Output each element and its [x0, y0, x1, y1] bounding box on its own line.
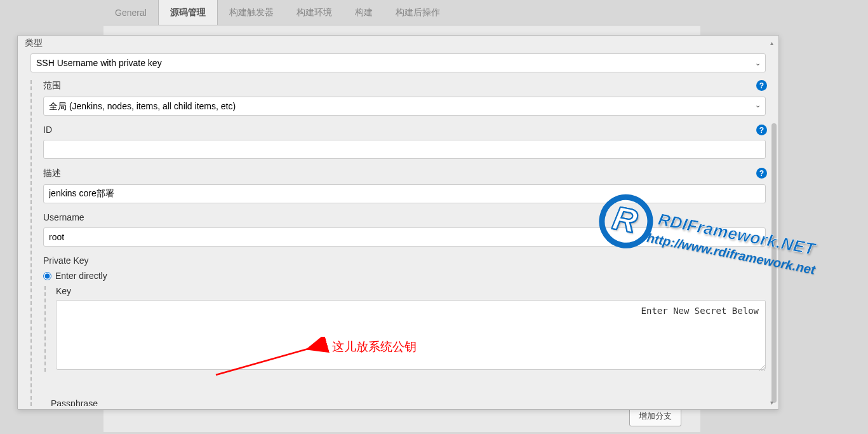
scope-label: 范围: [43, 80, 766, 92]
desc-input[interactable]: [43, 184, 766, 203]
tab-env[interactable]: 构建环境: [285, 0, 344, 25]
key-label: Key: [56, 286, 766, 296]
private-key-label: Private Key: [43, 255, 766, 266]
tab-triggers[interactable]: 构建触发器: [218, 0, 285, 25]
scrollbar[interactable]: ▴ ▾: [771, 41, 777, 404]
tab-general[interactable]: General: [103, 0, 158, 25]
scroll-up-icon[interactable]: ▴: [770, 39, 777, 46]
username-input[interactable]: [43, 227, 766, 247]
id-label: ID: [43, 125, 766, 135]
desc-label: 描述: [43, 168, 766, 179]
credentials-modal: 类型 SSH Username with private key ⌄ 范围 ? …: [17, 35, 779, 410]
enter-directly-label: Enter directly: [55, 271, 107, 281]
enter-directly-radio[interactable]: [43, 272, 51, 280]
scope-select[interactable]: 全局 (Jenkins, nodes, items, all child ite…: [43, 97, 766, 116]
tab-scm[interactable]: 源码管理: [158, 0, 218, 25]
scroll-down-icon[interactable]: ▾: [770, 399, 777, 405]
username-label: Username: [43, 212, 766, 222]
id-input[interactable]: [43, 140, 766, 159]
type-label: 类型: [25, 37, 43, 49]
tab-build[interactable]: 构建: [344, 0, 384, 25]
type-select[interactable]: SSH Username with private key: [30, 53, 766, 72]
help-icon[interactable]: ?: [756, 125, 767, 135]
scroll-thumb[interactable]: [771, 123, 777, 403]
help-icon[interactable]: ?: [756, 80, 767, 91]
tab-postbuild[interactable]: 构建后操作: [384, 0, 451, 25]
tabs-bar: General 源码管理 构建触发器 构建环境 构建 构建后操作: [103, 0, 700, 25]
key-textarea[interactable]: Enter New Secret Below: [56, 300, 766, 370]
help-icon[interactable]: ?: [756, 168, 767, 179]
passphrase-label: Passphrase: [51, 398, 98, 406]
